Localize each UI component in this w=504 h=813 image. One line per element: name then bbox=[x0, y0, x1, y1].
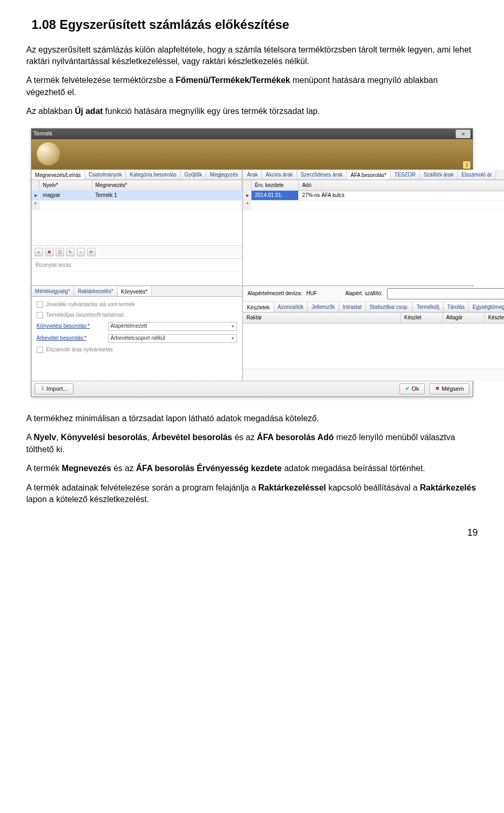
p6-b: Megnevezés bbox=[62, 464, 111, 473]
tab-azonositok[interactable]: Azonosítók bbox=[274, 302, 308, 312]
close-icon[interactable]: × bbox=[456, 130, 470, 138]
p5-a: A bbox=[26, 433, 34, 442]
tab-intrastat[interactable]: Intrastat bbox=[339, 302, 366, 312]
arbevetel-besorolas-select[interactable]: Árbevételcsoport nélkül bbox=[108, 334, 237, 343]
import-button[interactable]: ⇩ Import... bbox=[35, 383, 74, 394]
chk-jovedeki-label: Jövedéki nyilvántartás alá vont termék bbox=[46, 301, 135, 308]
delete-icon[interactable]: ✖ bbox=[45, 248, 54, 256]
doc-icon[interactable]: ☰ bbox=[56, 248, 64, 256]
tab-egysegtomeg[interactable]: Egységtömeg bbox=[469, 302, 504, 312]
ok-button[interactable]: ✔ Ok bbox=[400, 383, 425, 394]
tab-megnevezes[interactable]: Megnevezés/Leírás bbox=[32, 170, 85, 180]
tab-afabesorolas[interactable]: ÁFA besorolás* bbox=[347, 170, 391, 180]
tab-szallitoi[interactable]: Szállítói árak bbox=[420, 170, 458, 180]
page-number: 19 bbox=[26, 526, 478, 539]
tab-elszamolo[interactable]: Elszámoló ár bbox=[458, 170, 496, 180]
p2-a: A termék felvételezése terméktörzsbe a bbox=[26, 76, 176, 85]
info-icon[interactable]: i bbox=[463, 161, 470, 169]
col-raktar[interactable]: Raktár bbox=[243, 312, 401, 323]
konyvelesi-besorolas-label[interactable]: Könyvelési besorolás:* bbox=[37, 322, 105, 330]
p5-f: Árbevétel besorolás bbox=[152, 433, 232, 442]
p5-h: ÁFA besorolás Adó bbox=[257, 433, 333, 442]
pane-top-right: Árak Akciós árak Szerződéses árak ÁFA be… bbox=[243, 170, 504, 285]
cancel-button[interactable]: ✖ Mégsem bbox=[429, 383, 469, 394]
p3-c: funkció hatására megnyílik egy üres term… bbox=[103, 107, 320, 116]
tab-csatolmanyok[interactable]: Csatolmányok bbox=[85, 170, 126, 180]
cell-ado[interactable]: 27%-os ÁFA kulcs bbox=[299, 191, 504, 200]
p3-b: Új adat bbox=[75, 107, 103, 116]
top-left-row-1[interactable]: ▸ magyar Termék 1 bbox=[32, 191, 243, 201]
window-titlebar: Termék × bbox=[32, 129, 473, 139]
doc-p1: Az egyszerűsített számlázás külön alapfe… bbox=[26, 44, 478, 68]
pane-top-left: Megnevezés/Leírás Csatolmányok Kategória… bbox=[32, 170, 243, 285]
doc-p6: A termék Megnevezés és az ÁFA besorolás … bbox=[26, 463, 478, 474]
add-icon[interactable]: ＋ bbox=[35, 248, 43, 256]
chk-elszamolo-label: Elszámoló áras nyilvántartás bbox=[46, 346, 113, 353]
col-keszlet[interactable]: Készlet bbox=[401, 312, 443, 323]
import-icon: ⇩ bbox=[40, 385, 45, 392]
col-megnevezes[interactable]: Megnevezés* bbox=[92, 180, 243, 191]
col-ado[interactable]: Adó bbox=[299, 180, 504, 191]
br-grid-header: Raktár Készlet Átlagár Készlet átlagár bbox=[243, 312, 504, 324]
chk-elszamolo[interactable] bbox=[37, 347, 43, 353]
tab-szerzodeses[interactable]: Szerződéses árak bbox=[297, 170, 347, 180]
p7-a: A termék adatainak felvételezése során a… bbox=[26, 483, 258, 492]
tab-jellemzok[interactable]: Jellemzők bbox=[308, 302, 339, 312]
cell-megnevezes[interactable]: Termék 1 bbox=[92, 191, 243, 200]
szallito-input[interactable] bbox=[387, 288, 504, 299]
top-right-tabs: Árak Akciós árak Szerződéses árak ÁFA be… bbox=[243, 170, 504, 180]
chk-termekdij-label: Termékdíjas összetevőt tartalmaz bbox=[46, 311, 124, 319]
p5-e: , bbox=[147, 433, 152, 442]
pane-bottom-left: Mértékegység* Raktárkezelés* Könyvelés* … bbox=[32, 286, 243, 381]
p5-b: Nyelv bbox=[34, 433, 56, 442]
br-tabs: Készletek Azonosítók Jellemzők Intrastat… bbox=[243, 302, 504, 312]
tab-raktarkezeles[interactable]: Raktárkezelés* bbox=[74, 286, 117, 296]
chk-termekdij[interactable] bbox=[37, 312, 43, 318]
p7-b: Raktárkezeléssel bbox=[258, 483, 326, 492]
p5-g: és az bbox=[232, 433, 257, 442]
col-atlagar[interactable]: Átlagár bbox=[443, 312, 485, 323]
top-left-grid-header: Nyelv* Megnevezés* bbox=[32, 180, 243, 191]
top-right-row-1[interactable]: ▸ 2014.01.01. 27%-os ÁFA kulcs bbox=[243, 191, 504, 201]
doc-p3: Az ablakban Új adat funkció hatására meg… bbox=[26, 106, 478, 117]
p7-e: lapon a kötelező készletkezelést. bbox=[26, 495, 149, 504]
deviza-select[interactable]: HUF bbox=[306, 290, 335, 297]
tab-keszletek[interactable]: Készletek bbox=[243, 303, 274, 312]
top-right-grid-header: Érv. kezdete Adó bbox=[243, 180, 504, 191]
col-keszlet-atlagar[interactable]: Készlet átlagár bbox=[485, 312, 504, 323]
chk-jovedeki[interactable] bbox=[37, 301, 43, 308]
tab-termekdij2[interactable]: Termékdíj bbox=[413, 302, 443, 312]
tab-kategoria[interactable]: Kategória besorolás bbox=[126, 170, 181, 180]
top-left-tabs: Megnevezés/Leírás Csatolmányok Kategória… bbox=[32, 170, 243, 180]
tab-gyujtok[interactable]: Gyűjtők bbox=[181, 170, 206, 180]
tab-statisztikai[interactable]: Statisztikai csop. bbox=[366, 302, 413, 312]
tab-arak[interactable]: Árak bbox=[243, 170, 262, 180]
tab-konyveles[interactable]: Könyvelés* bbox=[118, 287, 152, 297]
doc-p4: A termékhez minimálisan a törzsadat lapo… bbox=[26, 413, 478, 424]
app-window: Termék × i Megnevezés/Leírás Csatolmányo… bbox=[31, 128, 474, 397]
p6-d: ÁFA besorolás Érvényesség kezdete bbox=[136, 464, 282, 473]
tab-mertekegyseg[interactable]: Mértékegység* bbox=[32, 286, 75, 296]
arbevetel-besorolas-label[interactable]: Árbevétel besorolás:* bbox=[37, 335, 105, 342]
doc-p5: A Nyelv, Könyvelési besorolás, Árbevétel… bbox=[26, 432, 478, 455]
top-right-newrow[interactable] bbox=[243, 201, 504, 210]
bizonylat-leiras-label: Bizonylat leírás: bbox=[36, 262, 73, 268]
remove-icon[interactable]: − bbox=[77, 248, 85, 256]
col-erv[interactable]: Érv. kezdete bbox=[251, 180, 299, 191]
p5-c: , bbox=[56, 433, 61, 442]
refresh-icon[interactable]: ⟳ bbox=[87, 248, 96, 256]
tab-teszor[interactable]: TESZOR bbox=[391, 170, 420, 180]
br-strip: Alapértelmezett deviza: HUF Alapért. szá… bbox=[243, 286, 504, 302]
konyvelesi-besorolas-select[interactable]: Alapértelmezett bbox=[108, 322, 237, 331]
window-banner: i bbox=[32, 139, 473, 170]
p7-c: kapcsoló beállításával a bbox=[326, 483, 420, 492]
szallito-label: Alapért. szállító: bbox=[345, 290, 382, 297]
tab-tarolas[interactable]: Tárolás bbox=[444, 302, 469, 312]
cell-nyelv[interactable]: magyar bbox=[40, 191, 92, 200]
attach-icon[interactable]: ✎ bbox=[66, 248, 75, 256]
cell-erv[interactable]: 2014.01.01. bbox=[251, 191, 299, 200]
tab-megjegyzes[interactable]: Megjegyzés bbox=[206, 170, 242, 180]
top-left-newrow[interactable] bbox=[32, 201, 243, 210]
tab-akcios[interactable]: Akciós árak bbox=[262, 170, 297, 180]
col-nyelv[interactable]: Nyelv* bbox=[40, 180, 92, 191]
